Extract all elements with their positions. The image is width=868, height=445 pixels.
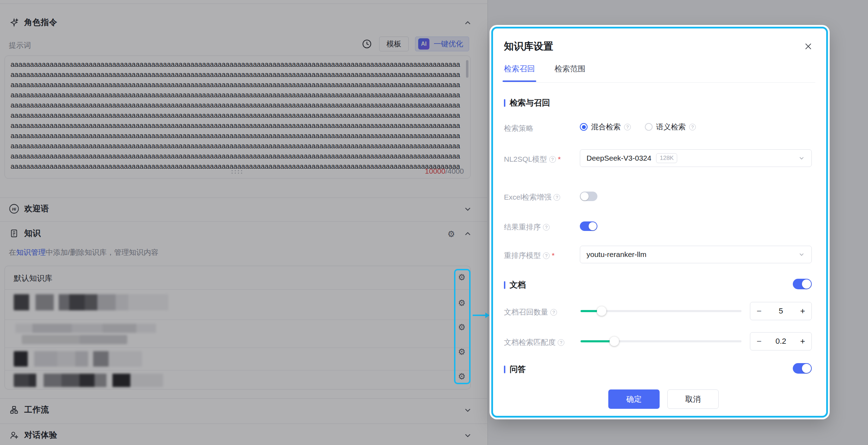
section-retrieval-title: 检索与召回 xyxy=(510,97,550,108)
radio-hybrid-label: 混合检索 xyxy=(591,122,621,132)
section-accent-bar xyxy=(504,366,505,373)
doc-match-stepper: − 0.2 + xyxy=(750,332,812,350)
radio-semantic-search[interactable]: 语义检索 ? xyxy=(645,122,696,132)
radio-selected-icon xyxy=(580,123,588,131)
nl2sql-model-value: DeepSeek-V3-0324 xyxy=(587,154,651,162)
radio-semantic-label: 语义检索 xyxy=(656,122,686,132)
help-icon[interactable]: ? xyxy=(549,156,556,163)
rerank-model-label-text: 重排序模型 xyxy=(504,251,541,260)
section-accent-bar xyxy=(504,99,505,107)
modal-tabs: 检索召回 检索范围 xyxy=(504,64,585,82)
slider-knob[interactable] xyxy=(610,337,619,346)
context-size-tag: 128K xyxy=(656,153,677,163)
minus-button[interactable]: − xyxy=(757,306,762,316)
section-doc-header: 文档 xyxy=(504,279,526,290)
chevron-down-icon xyxy=(798,251,805,258)
tab-retrieval-recall[interactable]: 检索召回 xyxy=(504,64,535,82)
section-qa-title: 问答 xyxy=(510,364,526,375)
help-icon[interactable]: ? xyxy=(553,194,560,201)
help-icon[interactable]: ? xyxy=(558,339,564,346)
section-doc-title: 文档 xyxy=(510,279,526,290)
help-icon[interactable]: ? xyxy=(550,309,557,316)
guide-highlight-box xyxy=(454,269,471,384)
doc-recall-slider[interactable] xyxy=(581,310,741,312)
required-mark: * xyxy=(558,155,561,163)
plus-button[interactable]: + xyxy=(800,336,805,346)
radio-unselected-icon xyxy=(645,123,653,131)
rerank-model-value: youtu-reranker-llm xyxy=(587,250,646,259)
nl2sql-label-text: NL2SQL模型 xyxy=(504,154,547,164)
close-icon[interactable] xyxy=(804,42,813,51)
app-page: 角色指令 提示词 模板 AI 一键优化 aaaaaaaaaaaaaaaaaaaa… xyxy=(0,0,868,445)
nl2sql-model-select[interactable]: DeepSeek-V3-0324 128K xyxy=(580,149,812,167)
radio-hybrid-search[interactable]: 混合检索 ? xyxy=(580,122,631,132)
nl2sql-label: NL2SQL模型 ? * xyxy=(504,154,561,164)
rerank-model-label: 重排序模型 ? * xyxy=(504,251,555,260)
help-icon[interactable]: ? xyxy=(543,224,550,231)
excel-enhance-label-text: Excel检索增强 xyxy=(504,192,551,202)
rerank-toggle[interactable] xyxy=(580,221,597,231)
rerank-model-select[interactable]: youtu-reranker-llm xyxy=(580,246,812,263)
chevron-down-icon xyxy=(798,155,805,162)
help-icon[interactable]: ? xyxy=(689,124,696,130)
kb-settings-modal: 知识库设置 检索召回 检索范围 检索与召回 检索策略 混合检索 xyxy=(491,27,828,418)
help-icon[interactable]: ? xyxy=(624,124,631,130)
doc-match-label-text: 文档检索匹配度 xyxy=(504,337,556,347)
help-icon[interactable]: ? xyxy=(543,252,550,259)
doc-match-label: 文档检索匹配度 ? xyxy=(504,337,564,347)
strategy-label-text: 检索策略 xyxy=(504,123,533,133)
excel-enhance-label: Excel检索增强 ? xyxy=(504,192,560,202)
strategy-label: 检索策略 xyxy=(504,123,533,133)
minus-button[interactable]: − xyxy=(757,336,762,346)
qa-section-toggle[interactable] xyxy=(793,363,812,374)
section-accent-bar xyxy=(504,281,505,289)
excel-enhance-toggle[interactable] xyxy=(580,192,597,201)
doc-recall-stepper: − 5 + xyxy=(750,302,812,320)
required-mark: * xyxy=(552,251,555,260)
tab-retrieval-scope[interactable]: 检索范围 xyxy=(555,64,585,82)
doc-recall-label: 文档召回数量 ? xyxy=(504,307,557,317)
doc-match-value: 0.2 xyxy=(776,337,786,346)
modal-title: 知识库设置 xyxy=(504,40,553,53)
confirm-button[interactable]: 确定 xyxy=(608,389,660,409)
section-retrieval-header: 检索与召回 xyxy=(504,97,550,108)
section-qa-header: 问答 xyxy=(504,364,526,375)
tabs-underline xyxy=(504,82,815,83)
rerank-label: 结果重排序 ? xyxy=(504,222,550,232)
doc-recall-label-text: 文档召回数量 xyxy=(504,307,548,317)
rerank-label-text: 结果重排序 xyxy=(504,222,541,232)
guide-arrow-icon xyxy=(473,315,489,316)
cancel-button[interactable]: 取消 xyxy=(667,389,719,409)
doc-recall-value: 5 xyxy=(779,307,783,316)
slider-knob[interactable] xyxy=(597,307,606,316)
plus-button[interactable]: + xyxy=(800,306,805,316)
doc-section-toggle[interactable] xyxy=(793,279,812,289)
doc-match-slider[interactable] xyxy=(581,340,741,342)
strategy-radio-group: 混合检索 ? 语义检索 ? xyxy=(580,122,696,132)
